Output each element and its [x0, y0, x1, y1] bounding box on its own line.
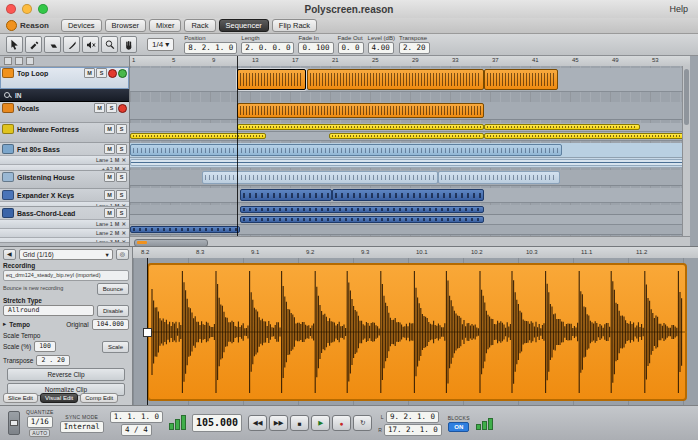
collapse-icon[interactable]: ▸	[3, 320, 6, 328]
blocks-toggle[interactable]: ON	[448, 422, 469, 432]
track-fat-80s-bass[interactable]: Fat 80s BassMSLane 1M✕+ A2M✕	[0, 143, 129, 171]
view-button-rack[interactable]: Rack	[184, 19, 215, 32]
lane-mute-button[interactable]: M	[115, 157, 120, 163]
field-value-fade-in[interactable]: 0. 100	[298, 42, 333, 54]
clip-top-loop-3[interactable]	[484, 69, 558, 90]
track-bass-chord-lead[interactable]: Bass-Chord-LeadMSLane 1M✕Lane 2M✕Lane 3M…	[0, 207, 129, 243]
bounce-button[interactable]: Bounce	[97, 283, 129, 295]
audio-clip-editor[interactable]	[147, 263, 687, 401]
mute-button[interactable]: M	[94, 103, 105, 113]
view-button-sequencer[interactable]: Sequencer	[219, 19, 269, 32]
clip-expander-x-keys-1[interactable]	[240, 189, 332, 201]
sync-mode-select[interactable]: Internal	[60, 421, 104, 433]
mute-button[interactable]: M	[104, 144, 115, 154]
clip-hardware-fortress-b-1[interactable]	[130, 133, 266, 139]
clip-fat-80s-bass-automation-1[interactable]	[130, 159, 688, 166]
monitor-button[interactable]	[118, 69, 127, 78]
solo-button[interactable]: S	[116, 172, 127, 182]
mute-button[interactable]: M	[104, 190, 115, 200]
lane-mute-button[interactable]: M	[115, 221, 120, 227]
loop-left-display[interactable]: 9. 2. 1. 0	[386, 411, 439, 423]
tab-comp-edit[interactable]: Comp Edit	[80, 393, 118, 403]
field-value-fade-out[interactable]: 0. 0	[338, 42, 364, 54]
clip-top-loop-1[interactable]	[237, 69, 306, 90]
clip-expander-x-keys-2[interactable]	[332, 189, 484, 201]
solo-button[interactable]: S	[116, 144, 127, 154]
clip-hardware-fortress-b-2[interactable]	[329, 133, 484, 139]
editor-canvas[interactable]	[133, 258, 698, 406]
tab-visual-edit[interactable]: Visual Edit	[40, 393, 78, 403]
lane-close-button[interactable]: ✕	[121, 239, 126, 243]
clip-bass-chord-lead-1-1[interactable]	[240, 206, 484, 213]
field-value-position[interactable]: 8. 2. 1. 0	[184, 42, 237, 54]
pencil-tool[interactable]	[25, 36, 42, 53]
clip-bass-chord-lead-2-1[interactable]	[240, 216, 484, 223]
clip-hardware-fortress-a-1[interactable]	[237, 124, 484, 130]
lane-close-button[interactable]: ✕	[121, 157, 126, 163]
mute-button[interactable]: M	[84, 68, 95, 78]
track-expander-x-keys[interactable]: Expander X KeysMSLane 1M✕	[0, 189, 129, 207]
reverse-clip-button[interactable]: Reverse Clip	[7, 368, 125, 381]
clip-hardware-fortress-b-3[interactable]	[484, 133, 688, 139]
lane-mute-button[interactable]: M	[115, 230, 120, 236]
lane-lane-1[interactable]: Lane 1M✕	[0, 155, 129, 164]
field-value-level-db[interactable]: 4.00	[368, 42, 394, 54]
lane-a2[interactable]: + A2M✕	[0, 164, 129, 171]
track-list-tool-icon[interactable]	[26, 57, 34, 65]
solo-button[interactable]: S	[116, 208, 127, 218]
view-button-browser[interactable]: Browser	[105, 19, 147, 32]
clip-hardware-fortress-a-2[interactable]	[484, 124, 640, 130]
help-menu[interactable]: Help	[669, 4, 688, 14]
master-fader[interactable]	[8, 411, 20, 435]
lane-close-button[interactable]: ✕	[121, 230, 126, 236]
time-signature-display[interactable]: 4 / 4	[121, 424, 152, 436]
rewind-button[interactable]: ◀◀	[248, 415, 267, 431]
mute-button[interactable]: M	[104, 208, 115, 218]
song-position-line[interactable]	[237, 56, 238, 236]
stretch-type-select[interactable]: Allround	[3, 305, 94, 316]
grid-select[interactable]: Grid (1/16) ▾	[19, 249, 113, 260]
vertical-scroll-thumb[interactable]	[684, 69, 689, 125]
tempo-display[interactable]: 105.000	[192, 414, 242, 432]
lane-lane-2[interactable]: Lane 2M✕	[0, 228, 129, 237]
clip-bass-chord-lead-3-1[interactable]	[130, 226, 240, 233]
clip-lanes[interactable]	[130, 66, 690, 236]
transpose-input[interactable]: 2 . 20	[36, 355, 69, 366]
view-button-devices[interactable]: Devices	[61, 19, 102, 32]
vertical-scrollbar[interactable]	[682, 66, 690, 236]
scale-pct-input[interactable]: 100	[34, 341, 56, 352]
lane-lane-1[interactable]: Lane 1M✕	[0, 219, 129, 228]
track-vocals[interactable]: VocalsMS	[0, 102, 129, 123]
loop-button[interactable]: ↻	[353, 415, 372, 431]
target-icon[interactable]: ◎	[116, 249, 129, 260]
clip-left-handle[interactable]	[143, 328, 152, 337]
track-top-loop[interactable]: Top LoopMS	[0, 67, 129, 89]
record-button[interactable]: ●	[332, 415, 351, 431]
back-button[interactable]: ◀	[3, 249, 16, 260]
horizontal-scroll-thumb[interactable]	[134, 239, 208, 247]
mute-tool[interactable]	[82, 36, 99, 53]
loop-right-display[interactable]: 17. 2. 1. 0	[384, 424, 442, 436]
horizontal-scrollbar[interactable]	[130, 236, 690, 246]
record-arm-button[interactable]	[118, 104, 127, 113]
solo-button[interactable]: S	[106, 103, 117, 113]
play-button[interactable]: ▶	[311, 415, 330, 431]
view-button-flip-rack[interactable]: Flip Rack	[272, 19, 317, 32]
track-hardware-fortress[interactable]: Hardware FortressMS	[0, 123, 129, 143]
disable-stretch-button[interactable]: Disable	[97, 305, 129, 317]
razor-tool[interactable]	[63, 36, 80, 53]
solo-button[interactable]: S	[96, 68, 107, 78]
clip-fat-80s-bass-1[interactable]	[130, 144, 562, 156]
record-arm-button[interactable]	[108, 69, 117, 78]
lane-lane-3[interactable]: Lane 3M✕	[0, 237, 129, 243]
view-button-mixer[interactable]: Mixer	[149, 19, 181, 32]
clip-vocals-1[interactable]	[237, 103, 484, 118]
clip-glistening-house-2[interactable]	[438, 171, 560, 184]
track-list-tool-icon[interactable]	[4, 57, 12, 65]
magnify-tool[interactable]	[101, 36, 118, 53]
quantize-value-select[interactable]: 1/16	[27, 416, 53, 428]
song-position-display[interactable]: 1. 1. 1. 0	[110, 411, 163, 423]
track-glistening-house[interactable]: Glistening HouseMS	[0, 171, 129, 189]
field-value-transpose[interactable]: 2. 20	[399, 42, 430, 54]
track-list-tool-icon[interactable]	[15, 57, 23, 65]
